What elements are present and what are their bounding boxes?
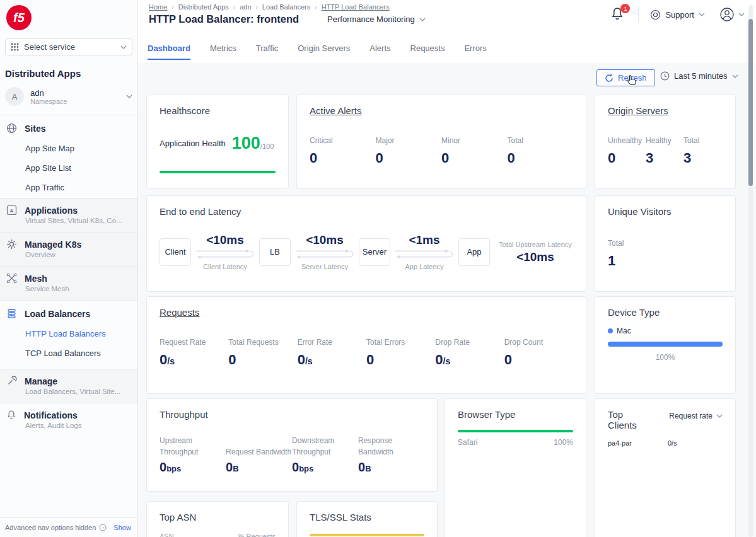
breadcrumb: Home › Distributed Apps › adn › Load Bal… xyxy=(149,3,390,11)
account-menu[interactable] xyxy=(719,6,745,23)
latency-node-client: Client xyxy=(160,238,191,266)
tab-errors[interactable]: Errors xyxy=(464,43,486,59)
tab-alerts[interactable]: Alerts xyxy=(369,43,390,59)
card-title: Throughput xyxy=(160,409,424,420)
advanced-nav-text: Advanced nav options hidden xyxy=(5,524,96,531)
healthscore-bar xyxy=(160,171,276,173)
sidebar-item-manage[interactable]: Manage Load Balancers, Virtual Site... xyxy=(0,369,137,403)
dashboard-content: Refresh Last 5 minutes Healthscore Appli… xyxy=(138,63,756,537)
tab-origin-servers[interactable]: Origin Servers xyxy=(298,43,350,59)
card-title: Healthscore xyxy=(160,105,276,116)
sidebar-item-label: Mesh xyxy=(25,274,47,284)
info-icon[interactable]: ? xyxy=(99,524,107,531)
device-type-bar xyxy=(608,342,723,347)
unique-visitors-label: Total xyxy=(608,239,723,248)
metric-downstream-throughput: Downstream Throughput 0bps xyxy=(292,435,358,475)
main-area: Home › Distributed Apps › adn › Load Bal… xyxy=(138,0,756,537)
card-title: Top ASN xyxy=(160,512,276,523)
sidebar-section-title: Distributed Apps xyxy=(5,68,137,79)
card-title: Unique Visitors xyxy=(608,206,723,217)
metric-total-errors: Total Errors 0 xyxy=(366,338,435,368)
breadcrumb-home[interactable]: Home xyxy=(149,3,167,11)
sidebar-item-subtitle: Alerts, Audit Logs xyxy=(25,422,131,429)
breadcrumb-separator: › xyxy=(315,4,317,11)
metric-critical: Critical 0 xyxy=(310,136,376,166)
metric-request-bandwidth: Request Bandwidth 0B xyxy=(226,446,292,475)
sidebar-item-applications[interactable]: A Applications Virtual Sites, Virtual K8… xyxy=(0,199,137,232)
monitoring-dropdown[interactable]: Performance Monitoring xyxy=(327,14,426,24)
sidebar-item-app-site-list[interactable]: App Site List xyxy=(25,163,131,173)
notifications-bell-button[interactable]: 1 xyxy=(610,6,627,23)
user-icon xyxy=(719,6,735,23)
sidebar-item-label: Load Balancers xyxy=(25,309,90,319)
clock-icon xyxy=(660,71,670,81)
sidebar-item-label: Managed K8s xyxy=(25,240,81,250)
breadcrumb-separator: › xyxy=(256,4,258,11)
sort-dropdown-label: Request rate xyxy=(669,412,712,420)
tab-dashboard[interactable]: Dashboard xyxy=(148,43,190,60)
metric-total-requests: Total Requests 0 xyxy=(228,338,297,368)
chevron-down-icon xyxy=(120,45,127,49)
origin-servers-link[interactable]: Origin Servers xyxy=(608,105,723,116)
legend-dot-icon xyxy=(608,328,613,333)
sidebar: f5 Select service Distributed Apps A adn… xyxy=(0,0,138,537)
metric-response-bandwidth: Response Bandwidth 0B xyxy=(358,435,424,475)
breadcrumb-load-balancers[interactable]: Load Balancers xyxy=(262,3,310,11)
cycle-arrow-icon xyxy=(192,248,258,260)
monitoring-dropdown-label: Performance Monitoring xyxy=(327,14,415,24)
active-alerts-card: Active Alerts Critical 0 Major 0 Minor 0 xyxy=(296,95,586,188)
metric-drop-count: Drop Count 0 xyxy=(504,338,573,368)
card-title: Top Clients xyxy=(608,409,652,430)
select-service-dropdown[interactable]: Select service xyxy=(5,38,132,55)
metric-minor: Minor 0 xyxy=(441,136,508,166)
metric-total: Total 0 xyxy=(508,136,574,166)
avatar: A xyxy=(5,87,24,106)
breadcrumb-distributed-apps[interactable]: Distributed Apps xyxy=(178,3,229,11)
sidebar-item-label: Manage xyxy=(25,376,57,386)
tab-traffic[interactable]: Traffic xyxy=(256,43,278,59)
metric-drop-rate: Drop Rate 0/s xyxy=(435,338,504,368)
globe-icon xyxy=(6,123,17,134)
table-row: pa4-par 0/s xyxy=(608,439,723,447)
device-type-legend: Mac xyxy=(608,326,723,335)
sidebar-item-tcp-load-balancers[interactable]: TCP Load Balancers xyxy=(25,349,131,358)
show-advanced-nav-link[interactable]: Show xyxy=(113,524,131,531)
mesh-icon xyxy=(6,273,17,284)
sidebar-item-sites[interactable]: Sites xyxy=(6,123,131,134)
legend-label: Mac xyxy=(617,326,631,335)
load-balancer-icon xyxy=(6,308,17,319)
breadcrumb-adn[interactable]: adn xyxy=(240,3,251,11)
unique-visitors-card: Unique Visitors Total 1 xyxy=(595,195,736,292)
latency-node-app: App xyxy=(458,238,490,266)
latency-node-server: Server xyxy=(359,238,390,266)
top-clients-sort-dropdown[interactable]: Request rate xyxy=(669,412,723,420)
tab-metrics[interactable]: Metrics xyxy=(210,43,236,59)
top-header: Home › Distributed Apps › adn › Load Bal… xyxy=(138,0,756,35)
healthscore-value: 100 xyxy=(232,134,260,153)
active-alerts-link[interactable]: Active Alerts xyxy=(310,105,573,116)
healthscore-label: Application Health xyxy=(160,139,226,148)
scrollbar-thumb[interactable] xyxy=(748,19,753,186)
time-range-dropdown[interactable]: Last 5 minutes xyxy=(660,71,738,81)
wrench-icon xyxy=(6,376,17,386)
sidebar-item-subtitle: Service Mesh xyxy=(25,285,131,292)
healthscore-card: Healthscore Application Health 100/100 xyxy=(146,95,289,188)
support-label: Support xyxy=(665,10,694,20)
sidebar-item-notifications[interactable]: Notifications Alerts, Audit Logs xyxy=(0,403,137,437)
support-menu[interactable]: Support xyxy=(650,9,705,20)
namespace-selector[interactable]: A adn Namespace xyxy=(5,87,132,115)
sidebar-item-load-balancers[interactable]: Load Balancers xyxy=(6,308,131,319)
sidebar-item-mesh[interactable]: Mesh Service Mesh xyxy=(0,267,137,300)
refresh-button[interactable]: Refresh xyxy=(596,69,655,86)
tab-requests[interactable]: Requests xyxy=(410,43,445,59)
card-title: Device Type xyxy=(608,307,723,318)
latency-hop-app: <1ms App Latency xyxy=(390,233,458,270)
sidebar-item-app-site-map[interactable]: App Site Map xyxy=(25,144,131,153)
sidebar-item-app-traffic[interactable]: App Traffic xyxy=(25,183,131,192)
requests-link[interactable]: Requests xyxy=(160,307,573,318)
gear-icon xyxy=(6,239,17,250)
breadcrumb-http-load-balancers[interactable]: HTTP Load Balancers xyxy=(322,3,390,11)
browser-type-bar xyxy=(458,430,573,432)
sidebar-item-managed-k8s[interactable]: Managed K8s Overview xyxy=(0,233,137,266)
sidebar-item-http-load-balancers[interactable]: HTTP Load Balancers xyxy=(25,329,131,338)
